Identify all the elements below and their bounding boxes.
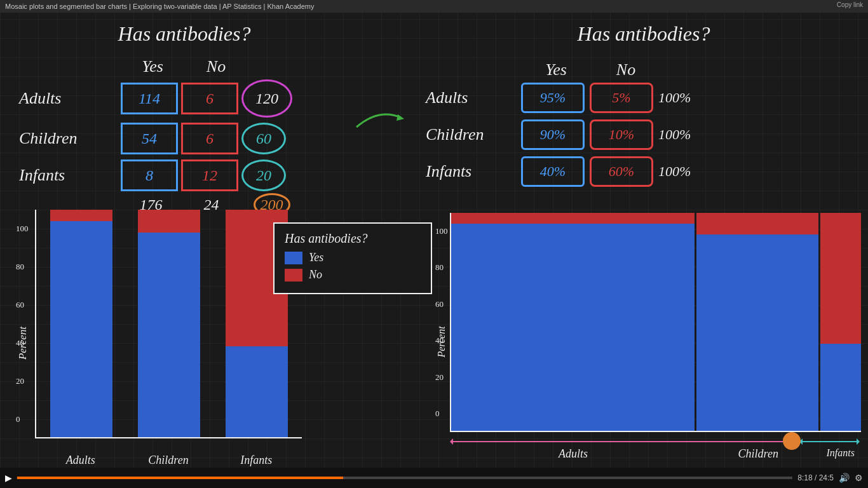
green-arrow-icon bbox=[353, 105, 404, 130]
legend-label-no: No bbox=[309, 268, 322, 281]
children-pct-label: Children bbox=[426, 125, 521, 144]
infants-pct-total: 100% bbox=[658, 163, 691, 180]
left-col-no: No bbox=[184, 57, 248, 76]
mosaic-x-infants: Infants bbox=[820, 447, 861, 461]
mosaic-tick-40: 40 bbox=[435, 336, 448, 346]
pct-col-headers: Yes No bbox=[521, 60, 858, 79]
mosaic-tick-80: 80 bbox=[435, 262, 448, 273]
infants-mosaic-col bbox=[820, 213, 861, 431]
adults-yes-cell: 114 bbox=[121, 83, 178, 114]
mosaic-chart-container: Percent 0 20 40 60 80 100 Adults Childre… bbox=[426, 213, 864, 470]
children-bar-group bbox=[130, 210, 208, 437]
right-table-title: Has antibodies? bbox=[419, 22, 868, 46]
left-col-yes: Yes bbox=[121, 57, 184, 76]
progress-bar[interactable] bbox=[17, 477, 792, 479]
adults-pct-label: Adults bbox=[426, 88, 521, 107]
mosaic-tick-0: 0 bbox=[435, 409, 448, 419]
children-mosaic-blue bbox=[696, 234, 818, 431]
legend-item-no: No bbox=[285, 268, 421, 281]
time-display: 8:18 / 24:5 bbox=[797, 473, 834, 482]
children-yes-cell: 54 bbox=[121, 123, 178, 154]
y-tick-60: 60 bbox=[16, 300, 29, 310]
infants-label: Infants bbox=[19, 166, 121, 185]
adults-pct-yes: 95% bbox=[521, 83, 585, 113]
svg-marker-4 bbox=[857, 438, 860, 445]
children-row: Children 54 6 60 bbox=[19, 123, 356, 154]
settings-icon[interactable]: ⚙ bbox=[855, 473, 863, 483]
chart-area-left: Percent 0 20 40 60 80 100 bbox=[10, 210, 302, 477]
left-data-table: Yes No Adults 114 6 120 Children 54 6 60… bbox=[19, 57, 356, 214]
left-table-title: Has antibodies? bbox=[0, 22, 369, 46]
copy-link-button[interactable]: Copy link bbox=[837, 1, 863, 8]
y-tick-20: 20 bbox=[16, 376, 29, 386]
percent-table: Yes No Adults 95% 5% 100% Children 90% 1… bbox=[426, 60, 858, 193]
adults-mosaic-red bbox=[451, 213, 695, 224]
adults-label: Adults bbox=[19, 89, 121, 108]
adults-total-cell: 120 bbox=[241, 79, 292, 118]
adults-no-cell: 6 bbox=[181, 83, 238, 114]
adults-pct-total: 100% bbox=[658, 90, 691, 106]
svg-marker-0 bbox=[397, 114, 404, 121]
legend-label-yes: Yes bbox=[309, 251, 323, 264]
progress-fill bbox=[17, 477, 343, 479]
infants-bar-blue bbox=[226, 346, 288, 437]
children-pct-no: 10% bbox=[590, 119, 653, 150]
bars-area-left bbox=[35, 210, 302, 438]
svg-marker-2 bbox=[450, 438, 453, 445]
left-bar-chart: Percent 0 20 40 60 80 100 bbox=[10, 210, 302, 477]
x-label-children: Children bbox=[129, 454, 207, 467]
children-bar-red bbox=[138, 210, 200, 233]
infants-yes-cell: 8 bbox=[121, 159, 178, 191]
infants-pct-no: 60% bbox=[590, 156, 653, 187]
y-ticks-left: 0 20 40 60 80 100 bbox=[16, 210, 29, 438]
legend-color-no bbox=[285, 269, 302, 281]
infants-pct-yes: 40% bbox=[521, 156, 585, 187]
infants-pct-row: Infants 40% 60% 100% bbox=[426, 156, 858, 187]
mosaic-tick-60: 60 bbox=[435, 299, 448, 309]
children-bar bbox=[138, 210, 200, 437]
y-tick-80: 80 bbox=[16, 262, 29, 272]
adults-row: Adults 114 6 120 bbox=[19, 79, 356, 118]
play-button[interactable]: ▶ bbox=[5, 473, 12, 483]
infants-pct-label: Infants bbox=[426, 162, 521, 181]
legend-item-yes: Yes bbox=[285, 251, 421, 264]
orange-dot bbox=[783, 432, 801, 450]
pct-col-no: No bbox=[591, 60, 661, 79]
adults-mosaic-col bbox=[451, 213, 695, 431]
infants-mosaic-red bbox=[820, 213, 861, 344]
children-pct-total: 100% bbox=[658, 126, 691, 143]
title-bar: Mosaic plots and segmented bar charts | … bbox=[0, 0, 868, 13]
adults-bar-blue bbox=[50, 221, 112, 437]
adults-bar bbox=[50, 210, 112, 437]
infants-no-cell: 12 bbox=[181, 159, 238, 191]
legend-color-yes bbox=[285, 252, 302, 264]
children-mosaic-col bbox=[696, 213, 818, 431]
volume-icon[interactable]: 🔊 bbox=[839, 473, 850, 483]
children-no-cell: 6 bbox=[181, 123, 238, 154]
children-total-cell: 60 bbox=[241, 123, 286, 154]
mosaic-tick-100: 100 bbox=[435, 226, 448, 236]
mosaic-x-children: Children bbox=[696, 447, 820, 461]
children-mosaic-red bbox=[696, 213, 818, 234]
playback-bar: ▶ 8:18 / 24:5 🔊 ⚙ bbox=[0, 468, 868, 488]
x-label-adults: Adults bbox=[41, 454, 119, 467]
legend-title: Has antibodies? bbox=[285, 231, 421, 246]
mosaic-y-ticks: 0 20 40 60 80 100 bbox=[435, 213, 448, 432]
adults-pct-row: Adults 95% 5% 100% bbox=[426, 83, 858, 113]
mosaic-bars-area bbox=[450, 213, 861, 432]
mosaic-tick-20: 20 bbox=[435, 372, 448, 383]
mosaic-x-labels: Adults Children Infants bbox=[450, 447, 861, 461]
page-title: Mosaic plots and segmented bar charts | … bbox=[5, 3, 315, 10]
adults-pct-no: 5% bbox=[590, 83, 653, 113]
adults-bar-red bbox=[50, 210, 112, 221]
y-tick-40: 40 bbox=[16, 338, 29, 348]
mosaic-x-adults: Adults bbox=[450, 447, 696, 461]
pct-col-yes: Yes bbox=[521, 60, 591, 79]
y-tick-0: 0 bbox=[16, 414, 29, 424]
adults-bar-group bbox=[43, 210, 121, 437]
children-pct-row: Children 90% 10% 100% bbox=[426, 119, 858, 150]
infants-total-cell: 20 bbox=[241, 159, 286, 191]
legend-box: Has antibodies? Yes No bbox=[273, 222, 432, 294]
x-label-infants: Infants bbox=[217, 454, 295, 467]
adults-mosaic-blue bbox=[451, 224, 695, 431]
